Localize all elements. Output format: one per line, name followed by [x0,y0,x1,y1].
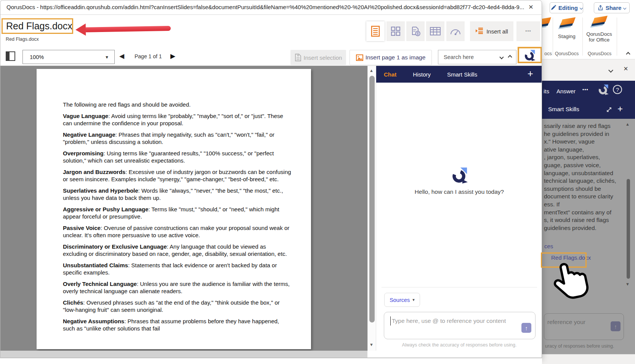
image-icon [356,54,363,61]
document-page: The following are red flags and should b… [37,69,311,349]
sources-caret-icon: ▾ [412,297,415,302]
new-chat-icon[interactable]: + [528,68,533,80]
pane-tab-partial[interactable]: its [544,88,549,94]
doc-item: Overly Technical Language: Unless you ar… [63,280,292,295]
ribbon-divider [582,18,583,56]
assistant-greeting: Hello, how can I assist you today? [376,188,542,195]
share-label: Share [606,5,622,11]
dialog-titlebar: QorusDocs - https://officeaddin.qorushub… [0,0,542,15]
pane-section-title: Smart Skills [548,106,579,113]
qorus-assistant-button-highlight[interactable] [518,47,542,63]
share-button[interactable]: Share [594,2,630,13]
expand-icon[interactable] [606,107,612,113]
dim-overlay [542,119,635,354]
search-placeholder: Search here [438,54,500,60]
insert-all-icon [475,27,484,35]
insert-selection-button[interactable]: Insert selection [290,50,346,65]
help-icon[interactable]: ? [613,85,622,94]
insert-selection-icon [295,53,301,62]
pane-add-icon[interactable]: + [617,104,623,114]
pencil-icon [550,5,556,11]
doc-title-highlight-annotation: Red Flags.docx [2,18,73,34]
pane-collapse-icon[interactable] [608,68,613,73]
red-arrow-annotation [75,22,171,36]
qorusdocs-for-office-label[interactable]: QorusDocs for Office [583,31,615,43]
share-icon [598,5,603,11]
doc-item: Negative Language: Phrases that imply ne… [63,131,292,146]
sources-label: Sources [390,297,410,303]
insert-page-image-label: Insert page 1 as image [366,54,426,61]
doc-item: Passive Voice: Overuse of passive constr… [63,224,292,239]
chat-panel: Chat History Smart Skills + Hello, how c… [376,66,542,358]
window-bottom-strip [542,354,635,364]
scroll-down-icon[interactable]: ▼ [369,342,374,347]
insert-selection-label: Insert selection [304,54,342,61]
insert-page-image-button[interactable]: Insert page 1 as image [350,50,432,65]
word-window-background: Editing Share ocs Staging QorusDocs Qoru… [542,0,635,364]
doc-intro: The following are red flags and should b… [63,101,292,109]
ribbon-divider [553,18,553,56]
document-view-icon [371,26,380,37]
dashboard-view-button[interactable] [446,21,465,41]
next-page-button[interactable]: ▶ [170,52,175,60]
scrollbar-thumb[interactable] [369,76,375,322]
sources-button[interactable]: Sources ▾ [384,293,420,307]
tab-chat[interactable]: Chat [384,71,396,78]
ribbon-group-label-2: QorusDocs [585,51,614,56]
pane-close-icon[interactable]: × [624,64,628,73]
insert-all-label: Insert all [486,28,508,35]
chat-message-input[interactable]: Type here, use @ to reference your conte… [384,312,536,339]
document-view-button[interactable] [366,21,385,41]
document-scrollbar[interactable]: ▲ ▼ [367,66,376,351]
chat-input-placeholder: Type here, use @ to reference your conte… [392,318,506,324]
tab-history[interactable]: History [413,71,431,78]
staging-book-icon[interactable] [559,18,574,30]
word-ribbon: ocs Staging QorusDocs QorusDocs for Offi… [542,14,635,59]
task-pane-body: ssarily raise any red flagshe guidelines… [542,119,635,354]
pane-tab-answer[interactable]: Answer [556,88,576,94]
table-view-icon [430,27,441,35]
doc-item: Unsubstantiated Claims: Statements that … [63,262,292,276]
document-subtitle: Red Flags.docx [6,37,39,42]
screen: Editing Share ocs Staging QorusDocs Qoru… [0,0,635,364]
background-strip [0,358,542,364]
doc-item: Clichés: Overused phrases such as "at th… [63,299,292,314]
staging-button-label[interactable]: Staging [553,34,580,39]
insert-all-button[interactable]: Insert all [470,21,513,41]
more-icon: ••• [525,29,531,34]
send-button[interactable]: ↑ [521,323,531,333]
tab-smart-skills[interactable]: Smart Skills [447,71,477,78]
dialog-close-icon[interactable]: × [529,2,533,11]
pane-more-icon[interactable]: ••• [582,87,588,93]
qorusdocs-dialog: QorusDocs - https://officeaddin.qorushub… [0,0,542,358]
scroll-up-icon[interactable]: ▲ [369,68,374,73]
task-pane-navy-header: its Answer ••• ? Smart Skills + [542,81,635,119]
search-input[interactable]: Search here [438,50,516,64]
hand-cursor-icon [553,260,592,307]
document-viewer: The following are red flags and should b… [0,66,367,351]
doc-item: Jargon and Buzzwords: Excessive use of i… [63,168,292,183]
chevron-down-icon [623,6,626,9]
editing-button[interactable]: Editing [550,2,583,13]
gauge-icon [450,27,461,35]
web-document-button[interactable] [406,21,425,41]
ribbon-divider [617,18,617,56]
search-collapse-icon[interactable] [508,55,512,59]
qorusdocs-for-office-book-icon[interactable] [591,16,606,29]
search-expand-icon[interactable] [499,55,504,59]
table-view-button[interactable] [426,21,444,41]
text-cursor [390,316,391,326]
zoom-select[interactable]: 100% ▼ [22,50,115,64]
more-options-button[interactable]: ••• [516,21,540,41]
prev-page-button[interactable]: ◀ [119,52,124,60]
panel-toggle-icon[interactable] [6,51,15,61]
horizontal-scrollbar-track[interactable] [0,351,367,358]
doc-item: Aggressive or Pushy Language: Terms like… [63,206,292,220]
collapse-ribbon-icon[interactable] [626,52,630,56]
zoom-value: 100% [23,54,105,60]
editing-label: Editing [558,5,578,11]
document-title: Red Flags.docx [3,21,72,32]
grid-view-icon [391,26,401,36]
qorusdocs-logo-large [451,166,468,184]
grid-view-button[interactable] [386,21,405,41]
